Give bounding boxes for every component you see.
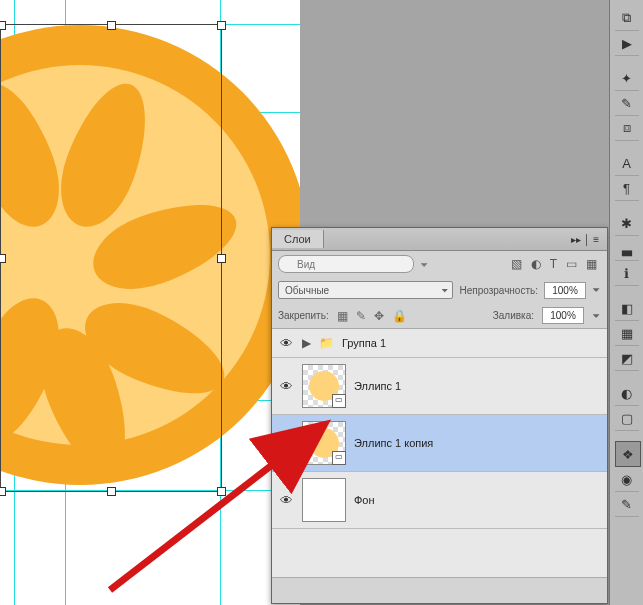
character-panel-icon[interactable]: A	[615, 151, 639, 176]
filter-type-icon[interactable]: T	[550, 257, 557, 271]
paragraph-panel-icon[interactable]: ¶	[615, 176, 639, 201]
masks-panel-icon[interactable]: ▢	[615, 406, 639, 431]
lock-transparent-icon[interactable]: ▦	[337, 309, 348, 323]
layer-name[interactable]: Фон	[354, 494, 375, 506]
clone-source-icon[interactable]: ⧈	[615, 116, 639, 141]
paths-panel-icon[interactable]: ✎	[615, 492, 639, 517]
filter-smart-icon[interactable]: ▦	[586, 257, 597, 271]
layers-panel-icon[interactable]: ❖	[615, 441, 641, 467]
color-panel-icon[interactable]: ◧	[615, 296, 639, 321]
lock-label: Закрепить:	[278, 310, 329, 321]
layer-row[interactable]: 👁 ▭ Эллипс 1 копия	[272, 415, 607, 472]
visibility-toggle-icon[interactable]: 👁	[278, 436, 294, 451]
layer-row[interactable]: 👁 ▭ Эллипс 1	[272, 358, 607, 415]
visibility-toggle-icon[interactable]: 👁	[278, 493, 294, 508]
opacity-label: Непрозрачность:	[459, 285, 538, 296]
layer-name[interactable]: Эллипс 1	[354, 380, 401, 392]
adjustments-panel-icon[interactable]: ◐	[615, 381, 639, 406]
disclosure-icon[interactable]: ▶	[302, 336, 311, 350]
layer-thumbnail[interactable]: ▭	[302, 421, 346, 465]
transform-bounds[interactable]	[0, 24, 222, 492]
layer-row[interactable]: 👁 Фон	[272, 472, 607, 529]
filter-shape-icon[interactable]: ▭	[566, 257, 577, 271]
styles-panel-icon[interactable]: ◩	[615, 346, 639, 371]
swatches-panel-icon[interactable]: ▦	[615, 321, 639, 346]
document-canvas[interactable]	[0, 0, 300, 605]
brush-panel-icon[interactable]: ✦	[615, 66, 639, 91]
layer-list: 👁 ▶ 📁 Группа 1 👁 ▭ Эллипс 1 👁 ▭ Эллипс 1…	[272, 328, 607, 578]
fill-value[interactable]: 100%	[542, 307, 584, 324]
info-panel-icon[interactable]: ℹ	[615, 261, 639, 286]
channels-panel-icon[interactable]: ◉	[615, 467, 639, 492]
history-panel-icon[interactable]: ⧉	[615, 6, 639, 31]
lock-paint-icon[interactable]: ✎	[356, 309, 366, 323]
layer-thumbnail[interactable]	[302, 478, 346, 522]
fill-label: Заливка:	[493, 310, 534, 321]
histogram-panel-icon[interactable]: ▃	[615, 236, 639, 261]
tab-layers[interactable]: Слои	[272, 230, 324, 248]
folder-icon: 📁	[319, 336, 334, 350]
lock-all-icon[interactable]: 🔒	[392, 309, 407, 323]
brush-presets-icon[interactable]: ✎	[615, 91, 639, 116]
layer-name[interactable]: Группа 1	[342, 337, 386, 349]
layer-name[interactable]: Эллипс 1 копия	[354, 437, 433, 449]
actions-panel-icon[interactable]: ▶	[615, 31, 639, 56]
navigator-panel-icon[interactable]: ✱	[615, 211, 639, 236]
dock-toolbar: ⧉ ▶ ✦ ✎ ⧈ A ¶ ✱ ▃ ℹ ◧ ▦ ◩ ◐ ▢ ❖ ◉ ✎	[609, 0, 643, 605]
blend-mode-select[interactable]: Обычные	[278, 281, 453, 299]
filter-pixel-icon[interactable]: ▧	[511, 257, 522, 271]
visibility-toggle-icon[interactable]: 👁	[278, 336, 294, 351]
layers-panel: Слои ▸▸ │ ≡ 🔍 ⏷ ▧ ◐ T ▭ ▦ Обычные Непроз…	[271, 227, 608, 604]
layer-thumbnail[interactable]: ▭	[302, 364, 346, 408]
panel-menu-icon[interactable]: ▸▸ │ ≡	[563, 234, 607, 245]
lock-move-icon[interactable]: ✥	[374, 309, 384, 323]
visibility-toggle-icon[interactable]: 👁	[278, 379, 294, 394]
filter-adjust-icon[interactable]: ◐	[531, 257, 541, 271]
layer-filter-input[interactable]	[278, 255, 414, 273]
opacity-value[interactable]: 100%	[544, 282, 586, 299]
layer-group-row[interactable]: 👁 ▶ 📁 Группа 1	[272, 329, 607, 358]
